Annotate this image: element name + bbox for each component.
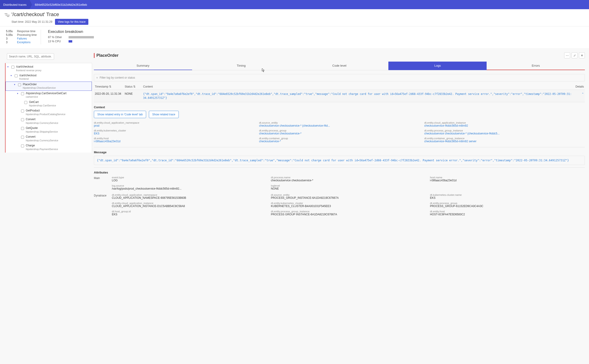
attr-value: PROCESS GROUP INSTANCE-6A1DA8219C67667A [271,213,426,216]
filter-placeholder: Filter log by content or status [100,76,135,79]
context-value[interactable]: checkoutservice checkoutservice-* (check… [259,124,420,127]
attr-key: log.source [112,184,267,187]
response-time-label: Response time [17,30,35,33]
context-item: dt.entity.hosti-08faacc43ba23e31d [94,137,254,143]
expand-icon: ⤢ [573,54,576,57]
col-timestamp[interactable]: Timestamp [95,85,108,88]
tree-node-7[interactable]: GetQuotehipstershop.ShippingService [6,125,92,134]
ellipsis-icon: ⋯ [566,54,569,57]
chevron-icon[interactable] [17,126,19,127]
attr-item: dt.entity.process_groupPROCESS_GROUP-611… [430,202,585,208]
tree-node-1[interactable]: ▾/cart/checkoutfrontend [6,73,92,82]
node-name: /hipstershop.CartService/GetCart [26,92,67,95]
context-value[interactable]: i-08faacc43ba23e31d [94,140,254,143]
processing-time-value: 5.05s [6,33,15,37]
col-status[interactable]: Status [125,85,133,88]
context-value[interactable]: checkoutservice-f4ddc565d-m8m92 server [424,140,585,143]
close-button[interactable]: ✕ [579,52,585,58]
context-key: dt.entity.host [94,137,254,140]
chevron-icon[interactable]: ▾ [11,74,13,77]
node-name: Charge [26,144,58,148]
attr-key: dt.entity.process_group_instance [271,210,426,213]
attr-key: host.name [430,176,585,179]
search-input[interactable] [7,53,54,60]
tree-node-8[interactable]: Converthipstershop.CurrencyService [6,134,92,143]
message-box: {"dt.span_id":"9a4e7a0a6f6e2ef0","dt.tra… [94,156,585,165]
view-logs-button[interactable]: View logs for this trace [55,19,88,25]
chevron-icon[interactable]: ▾ [7,65,10,68]
trace-icon [4,12,12,18]
chevron-up-icon[interactable]: ⌄ [582,92,584,95]
show-code-level-button[interactable]: Show related entry in 'Code level' tab [94,111,146,118]
chevron-icon[interactable] [17,144,19,144]
chevron-icon[interactable] [17,109,19,109]
chevron-icon[interactable] [17,135,19,136]
tree-node-5[interactable]: GetProducthipstershop.ProductCatalogServ… [6,108,92,117]
chevron-icon[interactable] [17,118,19,118]
cpu-bar [68,40,72,43]
attr-value: CLOUD_APPLICATION_NAMESPACE-908795E56153… [112,196,267,200]
context-value[interactable]: checkoutservice-f4ddc565d-m8m92 [424,124,585,127]
attr-key: dt.entity.cloud_application_instance [112,202,267,205]
response-time-value: 5.05s [6,30,15,33]
attr-key: dt.entity.host [430,210,585,213]
attr-key: loglevel [271,184,426,187]
message-title: Message [94,150,585,154]
context-value[interactable]: checkoutservice checkoutservice-* [259,132,420,135]
attributes-title: Attributes [94,171,585,174]
chevron-icon[interactable]: ▾ [14,83,16,86]
attr-item: log.source/var/log/pods/prod_checkoutser… [112,184,267,190]
service-icon [21,118,24,122]
attr-main-label: Main [94,176,112,190]
trace-header: '/cart/checkout' Trace Start time: 2022 … [0,9,589,26]
tab-code-level[interactable]: Code level [290,62,388,70]
breadcrumb-root[interactable]: Distributed traces [0,0,30,9]
col-content[interactable]: Content [143,85,153,88]
context-item: dt.entity.process_group_instancecheckout… [424,129,585,135]
attr-item: dt.process.namecheckoutservice checkouts… [271,176,426,182]
log-filter[interactable]: ▿ Filter log by content or status [94,74,585,81]
tree-node-2[interactable]: ▾PlaceOrderhipstershop.CheckoutService [6,82,92,91]
tree-node-4[interactable]: GetCarthipstershop.CartService [6,99,92,108]
expand-button[interactable]: ⤢ [571,52,577,58]
context-value[interactable]: checkoutservice-* [259,140,420,143]
attr-value: NONE [271,187,426,190]
context-key: dt.entity.process_group [259,129,420,132]
breadcrumb-trace-id[interactable]: 684e6520c52bf60e31b2d4d2e261e8eb [30,3,87,6]
svg-rect-7 [24,101,27,104]
attr-key: dt.process.name [271,176,426,179]
tree-node-6[interactable]: Converthipstershop.CurrencyService [6,117,92,125]
processing-time-label: Processing time [17,33,37,37]
tree-node-3[interactable]: ▾/hipstershop.CartService/GetCartcartser… [6,91,92,99]
context-key: dt.entity.container_group_instance [424,137,585,140]
tree-node-9[interactable]: Chargehipstershop.PaymentService [6,143,92,152]
tab-logs[interactable]: Logs [388,62,487,70]
tree-node-0[interactable]: ▾/cart/checkoutfrontend reverse proxy [6,64,92,73]
failures-link[interactable]: Failures [17,37,27,40]
show-related-trace-button[interactable]: Show related trace [149,111,179,118]
context-value[interactable]: EKS [94,132,254,135]
context-value[interactable]: prod [94,124,254,127]
chevron-icon[interactable]: ▾ [17,92,19,95]
exceptions-link[interactable]: Exceptions [17,41,31,44]
node-name: GetProduct [26,109,65,113]
attr-value: /var/log/pods/prod_checkoutservice-f4ddc… [112,187,267,190]
node-service: frontend reverse proxy [16,69,41,72]
context-value[interactable]: checkoutservice checkoutservice-* (check… [424,132,585,135]
log-row[interactable]: 2022-05-20, 11:31:34 NONE {"dt.span_id":… [94,90,585,102]
tab-timing[interactable]: Timing [192,62,290,70]
attr-item [430,184,585,190]
filter-icon: ▿ [96,76,98,79]
tab-summary[interactable]: Summary [94,62,192,70]
more-button[interactable]: ⋯ [564,52,570,58]
attr-item: dt.entity.process_group_instancePROCESS … [271,210,426,216]
attr-item: event.typeLOG [112,176,267,182]
chevron-icon[interactable] [20,100,23,101]
node-name: GetQuote [26,126,58,130]
page-title: '/cart/checkout' Trace [12,12,88,18]
tab-errors[interactable]: Errors [487,62,585,70]
service-icon [11,65,15,69]
svg-rect-9 [21,118,24,121]
service-icon [21,144,24,148]
detail-tabs: Summary Timing Code level Logs Errors [94,62,585,70]
